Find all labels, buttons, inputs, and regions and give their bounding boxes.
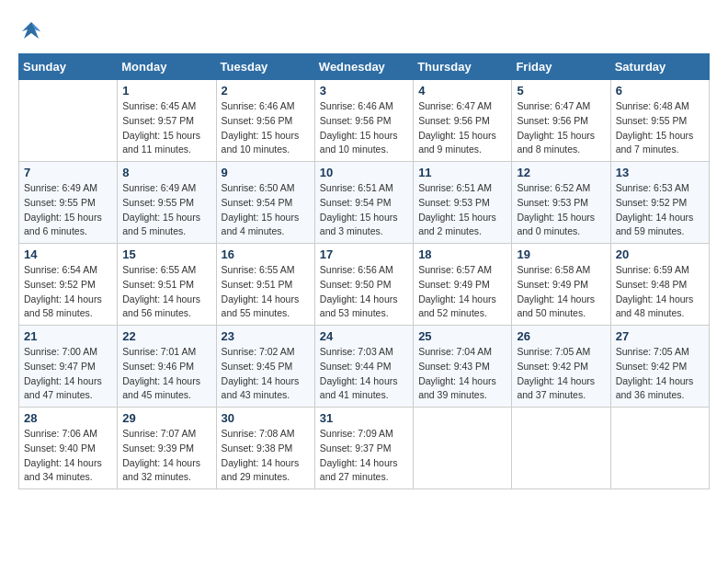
column-header-sunday: Sunday [19, 54, 118, 80]
day-number: 2 [222, 84, 310, 98]
day-number: 6 [616, 84, 704, 98]
day-number: 12 [517, 166, 605, 179]
calendar-week-3: 14Sunrise: 6:54 AM Sunset: 9:52 PM Dayli… [19, 244, 710, 326]
day-info: Sunrise: 7:03 AM Sunset: 9:44 PM Dayligh… [320, 345, 408, 403]
calendar-cell: 28Sunrise: 7:06 AM Sunset: 9:40 PM Dayli… [19, 408, 118, 489]
column-header-wednesday: Wednesday [314, 54, 413, 80]
calendar-cell: 3Sunrise: 6:46 AM Sunset: 9:56 PM Daylig… [314, 80, 413, 162]
day-info: Sunrise: 7:05 AM Sunset: 9:42 PM Dayligh… [616, 345, 704, 403]
calendar-cell: 9Sunrise: 6:50 AM Sunset: 9:54 PM Daylig… [216, 162, 314, 244]
calendar-cell: 16Sunrise: 6:55 AM Sunset: 9:51 PM Dayli… [216, 244, 314, 326]
calendar-cell [512, 408, 610, 489]
calendar-cell: 15Sunrise: 6:55 AM Sunset: 9:51 PM Dayli… [118, 244, 216, 326]
calendar-cell: 27Sunrise: 7:05 AM Sunset: 9:42 PM Dayli… [610, 326, 709, 408]
logo [18, 18, 48, 44]
calendar-cell: 8Sunrise: 6:49 AM Sunset: 9:55 PM Daylig… [118, 162, 216, 244]
day-info: Sunrise: 7:00 AM Sunset: 9:47 PM Dayligh… [24, 345, 112, 403]
calendar-cell: 11Sunrise: 6:51 AM Sunset: 9:53 PM Dayli… [414, 162, 512, 244]
calendar-cell: 14Sunrise: 6:54 AM Sunset: 9:52 PM Dayli… [19, 244, 118, 326]
day-number: 11 [418, 166, 506, 179]
calendar-week-4: 21Sunrise: 7:00 AM Sunset: 9:47 PM Dayli… [19, 326, 710, 408]
day-number: 22 [122, 329, 210, 343]
page-header [18, 18, 710, 44]
calendar-cell: 4Sunrise: 6:47 AM Sunset: 9:56 PM Daylig… [414, 80, 512, 162]
calendar-cell: 25Sunrise: 7:04 AM Sunset: 9:43 PM Dayli… [414, 326, 512, 408]
calendar-cell: 1Sunrise: 6:45 AM Sunset: 9:57 PM Daylig… [118, 80, 216, 162]
day-number: 27 [616, 329, 704, 343]
day-number: 7 [24, 166, 112, 179]
day-number: 20 [616, 247, 704, 261]
day-info: Sunrise: 6:54 AM Sunset: 9:52 PM Dayligh… [24, 263, 112, 321]
day-number: 29 [122, 411, 210, 425]
day-info: Sunrise: 6:59 AM Sunset: 9:48 PM Dayligh… [616, 263, 704, 321]
column-header-monday: Monday [118, 54, 216, 80]
day-number: 14 [24, 247, 112, 261]
day-info: Sunrise: 6:46 AM Sunset: 9:56 PM Dayligh… [222, 99, 310, 157]
calendar-week-1: 1Sunrise: 6:45 AM Sunset: 9:57 PM Daylig… [19, 80, 710, 162]
day-info: Sunrise: 6:47 AM Sunset: 9:56 PM Dayligh… [517, 99, 605, 157]
day-info: Sunrise: 6:48 AM Sunset: 9:55 PM Dayligh… [616, 99, 704, 157]
day-info: Sunrise: 6:50 AM Sunset: 9:54 PM Dayligh… [222, 181, 310, 239]
calendar-cell: 18Sunrise: 6:57 AM Sunset: 9:49 PM Dayli… [414, 244, 512, 326]
day-number: 23 [222, 329, 310, 343]
day-info: Sunrise: 6:52 AM Sunset: 9:53 PM Dayligh… [517, 181, 605, 239]
day-info: Sunrise: 6:49 AM Sunset: 9:55 PM Dayligh… [122, 181, 210, 239]
day-number: 24 [320, 329, 408, 343]
column-header-friday: Friday [512, 54, 610, 80]
day-info: Sunrise: 6:53 AM Sunset: 9:52 PM Dayligh… [616, 181, 704, 239]
day-number: 19 [517, 247, 605, 261]
logo-icon [18, 18, 44, 44]
day-number: 5 [517, 84, 605, 98]
day-info: Sunrise: 7:02 AM Sunset: 9:45 PM Dayligh… [222, 345, 310, 403]
day-number: 31 [320, 411, 408, 425]
day-info: Sunrise: 6:46 AM Sunset: 9:56 PM Dayligh… [320, 99, 408, 157]
calendar-cell: 7Sunrise: 6:49 AM Sunset: 9:55 PM Daylig… [19, 162, 118, 244]
calendar-cell: 2Sunrise: 6:46 AM Sunset: 9:56 PM Daylig… [216, 80, 314, 162]
calendar-cell: 6Sunrise: 6:48 AM Sunset: 9:55 PM Daylig… [610, 80, 709, 162]
day-info: Sunrise: 6:58 AM Sunset: 9:49 PM Dayligh… [517, 263, 605, 321]
day-info: Sunrise: 6:55 AM Sunset: 9:51 PM Dayligh… [222, 263, 310, 321]
day-info: Sunrise: 7:06 AM Sunset: 9:40 PM Dayligh… [24, 427, 112, 485]
day-number: 13 [616, 166, 704, 179]
day-number: 18 [418, 247, 506, 261]
calendar-cell: 29Sunrise: 7:07 AM Sunset: 9:39 PM Dayli… [118, 408, 216, 489]
day-number: 1 [122, 84, 210, 98]
calendar-cell: 30Sunrise: 7:08 AM Sunset: 9:38 PM Dayli… [216, 408, 314, 489]
column-header-tuesday: Tuesday [216, 54, 314, 80]
calendar-week-5: 28Sunrise: 7:06 AM Sunset: 9:40 PM Dayli… [19, 408, 710, 489]
day-info: Sunrise: 7:08 AM Sunset: 9:38 PM Dayligh… [222, 427, 310, 485]
calendar-cell: 12Sunrise: 6:52 AM Sunset: 9:53 PM Dayli… [512, 162, 610, 244]
calendar-cell [19, 80, 118, 162]
day-number: 25 [418, 329, 506, 343]
calendar-header-row: SundayMondayTuesdayWednesdayThursdayFrid… [19, 54, 710, 80]
calendar-table: SundayMondayTuesdayWednesdayThursdayFrid… [18, 53, 710, 489]
day-number: 30 [222, 411, 310, 425]
calendar-cell: 22Sunrise: 7:01 AM Sunset: 9:46 PM Dayli… [118, 326, 216, 408]
calendar-cell: 20Sunrise: 6:59 AM Sunset: 9:48 PM Dayli… [610, 244, 709, 326]
day-info: Sunrise: 7:09 AM Sunset: 9:37 PM Dayligh… [320, 427, 408, 485]
calendar-cell: 5Sunrise: 6:47 AM Sunset: 9:56 PM Daylig… [512, 80, 610, 162]
day-info: Sunrise: 6:55 AM Sunset: 9:51 PM Dayligh… [122, 263, 210, 321]
day-info: Sunrise: 6:45 AM Sunset: 9:57 PM Dayligh… [122, 99, 210, 157]
calendar-cell [414, 408, 512, 489]
day-info: Sunrise: 7:04 AM Sunset: 9:43 PM Dayligh… [418, 345, 506, 403]
column-header-thursday: Thursday [414, 54, 512, 80]
calendar-week-2: 7Sunrise: 6:49 AM Sunset: 9:55 PM Daylig… [19, 162, 710, 244]
day-number: 16 [222, 247, 310, 261]
day-info: Sunrise: 7:07 AM Sunset: 9:39 PM Dayligh… [122, 427, 210, 485]
column-header-saturday: Saturday [610, 54, 709, 80]
day-number: 21 [24, 329, 112, 343]
day-number: 10 [320, 166, 408, 179]
day-info: Sunrise: 6:49 AM Sunset: 9:55 PM Dayligh… [24, 181, 112, 239]
day-number: 28 [24, 411, 112, 425]
day-number: 26 [517, 329, 605, 343]
calendar-cell: 19Sunrise: 6:58 AM Sunset: 9:49 PM Dayli… [512, 244, 610, 326]
calendar-cell: 26Sunrise: 7:05 AM Sunset: 9:42 PM Dayli… [512, 326, 610, 408]
calendar-cell: 31Sunrise: 7:09 AM Sunset: 9:37 PM Dayli… [314, 408, 413, 489]
calendar-cell: 17Sunrise: 6:56 AM Sunset: 9:50 PM Dayli… [314, 244, 413, 326]
day-number: 3 [320, 84, 408, 98]
calendar-cell: 24Sunrise: 7:03 AM Sunset: 9:44 PM Dayli… [314, 326, 413, 408]
calendar-cell: 23Sunrise: 7:02 AM Sunset: 9:45 PM Dayli… [216, 326, 314, 408]
day-info: Sunrise: 6:47 AM Sunset: 9:56 PM Dayligh… [418, 99, 506, 157]
day-number: 8 [122, 166, 210, 179]
